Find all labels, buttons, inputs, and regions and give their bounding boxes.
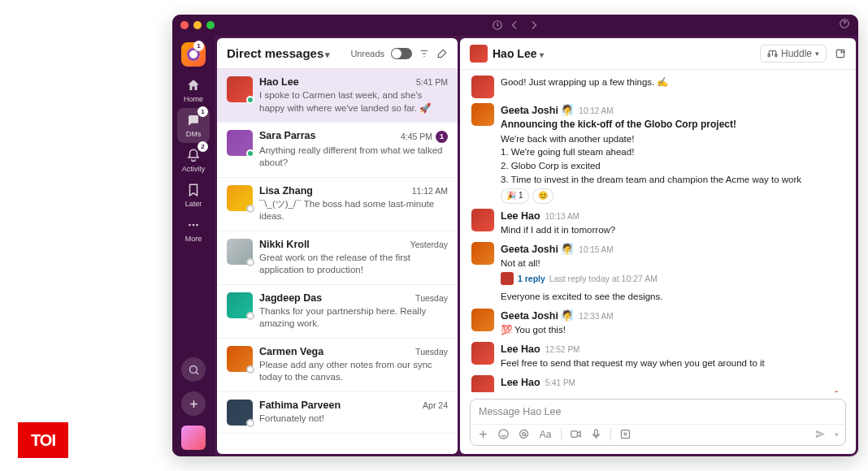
maximize-window-button[interactable]: [206, 21, 215, 29]
nav-back-icon[interactable]: [510, 19, 521, 31]
chat-message: Lee Hao10:13 AMMind if I add it in tomor…: [460, 206, 856, 240]
msg-text: Announcing the kick-off of the Globo Cor…: [501, 118, 844, 132]
msg-avatar: [471, 209, 494, 231]
create-button[interactable]: [181, 391, 206, 416]
rail-later[interactable]: Later: [177, 178, 210, 213]
rail-home[interactable]: Home: [177, 73, 210, 108]
presence-indicator: [246, 96, 254, 104]
msg-time: 10:12 AM: [579, 106, 613, 118]
msg-time: 10:13 AM: [545, 211, 579, 223]
thread-avatar: [501, 272, 514, 285]
dm-preview: Fortunately not!: [259, 413, 448, 426]
canvas-icon[interactable]: [835, 48, 846, 59]
dm-time: 11:12 AM: [412, 186, 448, 196]
msg-text: I spoke to Carmen last week, and she's h…: [501, 390, 844, 392]
chat-message: Good! Just wrapping up a few things. ✍️: [460, 73, 856, 101]
msg-text: Feel free to send that request my way wh…: [501, 356, 844, 370]
self-avatar[interactable]: [181, 426, 206, 450]
svg-rect-12: [595, 430, 598, 436]
thread-link[interactable]: 1 reply: [518, 273, 545, 285]
dm-preview: Anything really different from what we t…: [259, 145, 448, 170]
composer-input[interactable]: Message Hao Lee: [471, 400, 845, 424]
dm-name: Jagdeep Das: [259, 292, 322, 304]
msg-avatar: [471, 242, 494, 265]
msg-text: Good! Just wrapping up a few things. ✍️: [501, 76, 844, 89]
chat-message: Geeta Joshi 🧖10:12 AMAnnouncing the kick…: [460, 101, 856, 206]
compose-icon[interactable]: [436, 48, 448, 59]
msg-time: 12:33 AM: [579, 311, 613, 323]
dm-time: 5:41 PM: [416, 77, 448, 87]
message-composer[interactable]: Message Hao Lee Aa ▾: [470, 399, 846, 446]
msg-avatar: [471, 342, 494, 365]
rail-dms[interactable]: DMs1: [177, 108, 210, 143]
search-button[interactable]: [181, 357, 206, 382]
close-window-button[interactable]: [180, 21, 189, 29]
rail-label: DMs: [186, 130, 202, 138]
msg-time: 5:41 PM: [545, 378, 575, 390]
rail-badge: 1: [197, 106, 208, 117]
attach-icon[interactable]: [477, 428, 489, 440]
dm-preview: I spoke to Carmen last week, and she's h…: [259, 89, 448, 115]
presence-indicator: [246, 205, 254, 213]
dm-name: Sara Parras: [259, 130, 316, 141]
msg-text: Mind if I add it in tomorrow?: [501, 223, 844, 237]
msg-text: Everyone is excited to see the designs.: [501, 290, 844, 304]
svg-rect-11: [571, 431, 578, 438]
dm-item[interactable]: Nikki KrollYesterdayGreat work on the re…: [217, 231, 458, 285]
dm-name: Hao Lee: [259, 76, 299, 88]
video-icon[interactable]: [570, 428, 582, 440]
dm-time: Yesterday: [410, 240, 448, 249]
unreads-toggle[interactable]: [391, 48, 412, 59]
minimize-window-button[interactable]: [193, 21, 202, 29]
mention-icon[interactable]: [518, 428, 530, 440]
msg-text: Not at all!: [501, 257, 844, 270]
dm-item[interactable]: Fathima ParveenApr 24Fortunately not!: [217, 392, 458, 434]
help-icon[interactable]: [839, 18, 850, 29]
reaction[interactable]: 😊: [532, 188, 553, 204]
history-icon[interactable]: [492, 19, 503, 31]
format-icon[interactable]: Aa: [538, 428, 553, 440]
dm-item[interactable]: Sara Parras4:45 PM1Anything really diffe…: [217, 123, 458, 178]
presence-indicator: [246, 419, 254, 427]
chat-header-avatar: [470, 45, 488, 63]
dm-item[interactable]: Jagdeep DasTuesdayThanks for your partne…: [217, 285, 458, 339]
msg-author: Lee Hao: [501, 209, 540, 223]
dm-panel-title[interactable]: Direct messages▾: [227, 46, 330, 60]
chat-message: Lee Hao12:52 PMFeel free to send that re…: [460, 339, 856, 373]
send-icon[interactable]: [814, 428, 827, 440]
chat-panel: Hao Lee ▾ Huddle ▾ Good! Just wrapping u…: [460, 38, 856, 454]
msg-time: 12:52 PM: [545, 344, 580, 356]
msg-text: 💯 You got this!: [501, 323, 844, 337]
rail-activity[interactable]: Activity2: [177, 143, 210, 178]
dm-avatar: [227, 185, 253, 211]
msg-author: Geeta Joshi 🧖: [501, 309, 574, 323]
dm-avatar: [227, 76, 253, 102]
emoji-icon[interactable]: [497, 428, 510, 440]
msg-time: 10:15 AM: [579, 244, 613, 257]
dm-item[interactable]: Hao Lee5:41 PMI spoke to Carmen last wee…: [217, 69, 458, 123]
titlebar: [172, 15, 858, 36]
svg-point-2: [189, 224, 191, 227]
unreads-label: Unreads: [350, 49, 384, 58]
shortcuts-icon[interactable]: [619, 428, 631, 440]
toi-watermark: TOI: [18, 422, 68, 458]
dm-item[interactable]: Carmen VegaTuesdayPlease add any other n…: [217, 339, 458, 392]
more-icon: [186, 218, 201, 232]
filter-icon[interactable]: [419, 48, 430, 59]
dm-name: Lisa Zhang: [259, 185, 313, 197]
rail-label: More: [185, 235, 202, 243]
msg-text: 2. Globo Corp is excited: [501, 159, 844, 173]
nav-forward-icon[interactable]: [527, 19, 539, 31]
dm-avatar: [227, 130, 253, 156]
workspace-logo[interactable]: 1: [181, 42, 206, 67]
dm-name: Nikki Kroll: [259, 239, 310, 250]
chat-header-name[interactable]: Hao Lee ▾: [493, 47, 544, 60]
svg-rect-8: [836, 50, 844, 57]
audio-icon[interactable]: [590, 428, 602, 440]
dm-item[interactable]: Lisa Zhang11:12 AM¯\_(ツ)_/¯ The boss had…: [217, 178, 458, 231]
rail-more[interactable]: More: [177, 213, 210, 248]
reaction[interactable]: 🎉1: [501, 188, 529, 204]
huddle-button[interactable]: Huddle ▾: [760, 45, 827, 63]
workspace-badge: 1: [193, 41, 204, 51]
dm-preview: Please add any other notes from our sync…: [259, 359, 448, 384]
